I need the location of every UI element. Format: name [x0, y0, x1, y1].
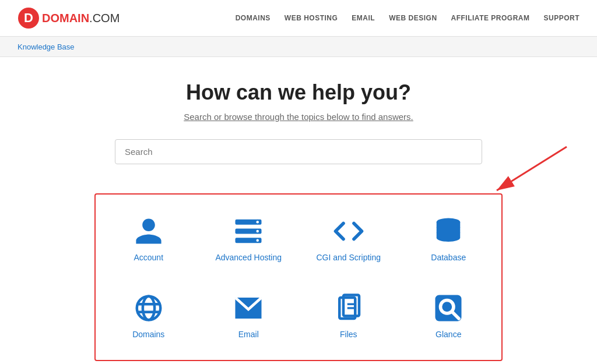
svg-text:D: D: [24, 10, 33, 25]
category-cgi-scripting-label: CGI and Scripting: [317, 253, 381, 262]
category-advanced-hosting[interactable]: Advanced Hosting: [202, 206, 296, 271]
red-arrow-annotation: [479, 141, 573, 199]
logo-icon: D: [17, 7, 40, 29]
hero-subtitle: Search or browse through the topics belo…: [48, 112, 549, 122]
email-icon: [233, 292, 264, 324]
servers-icon: [233, 215, 264, 247]
search-input[interactable]: [115, 139, 482, 164]
files-icon: [333, 292, 364, 324]
category-files[interactable]: Files: [301, 283, 396, 348]
category-database[interactable]: Database: [402, 206, 496, 271]
breadcrumb[interactable]: Knowledge Base: [17, 43, 75, 51]
category-email-label: Email: [238, 330, 259, 339]
svg-point-9: [257, 230, 259, 233]
site-header: D DOMAIN.COM DOMAINS WEB HOSTING EMAIL W…: [0, 0, 597, 37]
code-icon: [333, 215, 364, 247]
svg-rect-2: [34, 13, 36, 23]
logo-text: DOMAIN.COM: [42, 12, 120, 25]
category-database-label: Database: [431, 253, 466, 262]
person-icon: [133, 215, 164, 247]
category-account-label: Account: [134, 253, 163, 262]
category-glance-label: Glance: [436, 330, 461, 339]
nav-affiliate-program[interactable]: AFFILIATE PROGRAM: [451, 14, 530, 22]
category-advanced-hosting-label: Advanced Hosting: [215, 253, 282, 262]
breadcrumb-bar: Knowledge Base: [0, 37, 597, 57]
globe-icon: [133, 292, 164, 324]
category-files-label: Files: [340, 330, 357, 339]
svg-line-4: [497, 147, 567, 190]
search-icon: [433, 292, 464, 324]
logo[interactable]: D DOMAIN.COM: [17, 7, 120, 29]
hero-title: How can we help you?: [48, 80, 549, 105]
category-domains-label: Domains: [132, 330, 164, 339]
svg-point-12: [137, 296, 161, 320]
category-glance[interactable]: Glance: [402, 283, 496, 348]
nav-web-design[interactable]: WEB DESIGN: [389, 14, 437, 22]
nav-email[interactable]: EMAIL: [352, 14, 375, 22]
search-container: [115, 139, 482, 164]
svg-point-10: [257, 239, 259, 242]
main-nav: DOMAINS WEB HOSTING EMAIL WEB DESIGN AFF…: [236, 14, 580, 22]
nav-web-hosting[interactable]: WEB HOSTING: [285, 14, 338, 22]
main-content: How can we help you? Search or browse th…: [36, 57, 561, 364]
category-domains[interactable]: Domains: [101, 283, 196, 348]
database-icon: [433, 215, 464, 247]
categories-grid: Account Advanced Hosting: [94, 193, 503, 361]
category-email[interactable]: Email: [202, 283, 296, 348]
nav-support[interactable]: SUPPORT: [543, 14, 580, 22]
svg-point-8: [257, 221, 259, 224]
nav-domains[interactable]: DOMAINS: [236, 14, 271, 22]
category-cgi-scripting[interactable]: CGI and Scripting: [301, 206, 396, 271]
annotation-wrapper: Account Advanced Hosting: [94, 193, 503, 361]
category-account[interactable]: Account: [101, 206, 196, 271]
svg-point-13: [143, 296, 154, 320]
